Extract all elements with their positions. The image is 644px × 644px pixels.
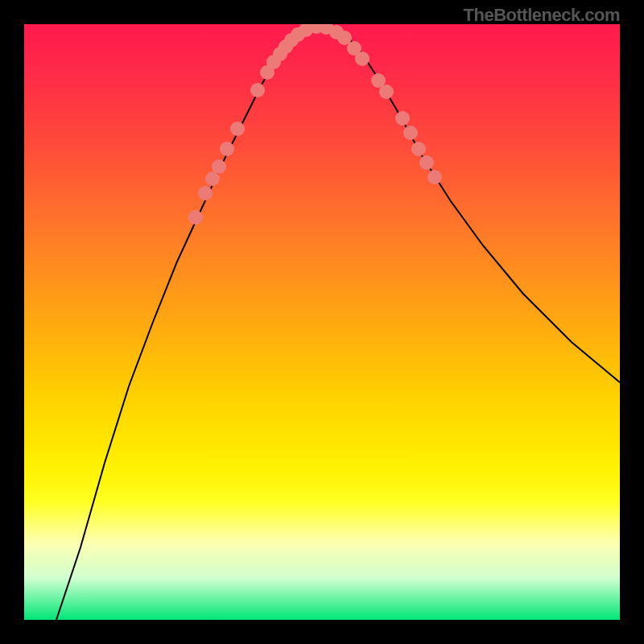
data-point	[403, 126, 418, 140]
scatter-points	[188, 24, 442, 225]
data-point	[427, 170, 442, 184]
data-point	[411, 142, 426, 156]
data-point	[379, 85, 394, 99]
data-point	[188, 210, 203, 225]
chart-svg	[24, 24, 620, 620]
attribution-text: TheBottleneck.com	[464, 5, 620, 26]
plot-area	[24, 24, 620, 620]
curve-line	[56, 27, 620, 620]
data-point	[250, 83, 265, 97]
data-point	[230, 122, 245, 136]
data-point	[212, 159, 226, 174]
data-point	[395, 111, 410, 126]
data-point	[355, 52, 369, 66]
data-point	[220, 142, 234, 156]
data-point	[419, 155, 434, 170]
data-point	[198, 186, 213, 200]
